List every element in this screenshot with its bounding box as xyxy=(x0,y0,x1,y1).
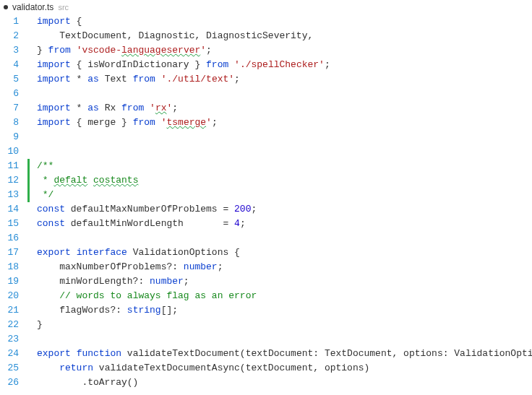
code-line[interactable]: } from 'vscode-languageserver'; xyxy=(37,43,532,58)
code-area[interactable]: import { TextDocument, Diagnostic, Diagn… xyxy=(30,14,532,395)
code-line[interactable] xyxy=(37,144,532,159)
code-line[interactable] xyxy=(37,332,532,347)
code-line[interactable] xyxy=(37,231,532,246)
line-number: 6 xyxy=(0,87,19,101)
line-number: 10 xyxy=(0,144,19,159)
line-number: 5 xyxy=(0,72,19,87)
line-number: 13 xyxy=(0,188,19,202)
line-number: 22 xyxy=(0,318,19,332)
line-number: 3 xyxy=(0,43,19,58)
code-line[interactable]: import { isWordInDictionary } from './sp… xyxy=(37,58,532,72)
line-number: 7 xyxy=(0,101,19,116)
line-number: 21 xyxy=(0,303,19,318)
line-number: 23 xyxy=(0,332,19,347)
line-number: 24 xyxy=(0,347,19,361)
code-line[interactable]: const defaultMinWordLength = 4; xyxy=(37,217,532,231)
code-line[interactable]: flagWords?: string[]; xyxy=(37,303,532,318)
code-line[interactable]: export function validateTextDocument(tex… xyxy=(37,347,532,361)
line-number: 8 xyxy=(0,116,19,130)
line-number: 18 xyxy=(0,260,19,274)
tab-path: src xyxy=(58,3,69,12)
line-number: 2 xyxy=(0,29,19,43)
code-line[interactable]: TextDocument, Diagnostic, DiagnosticSeve… xyxy=(37,29,532,43)
line-number: 14 xyxy=(0,202,19,217)
line-number: 20 xyxy=(0,289,19,303)
code-line[interactable]: return validateTextDocumentAsync(textDoc… xyxy=(37,361,532,376)
line-number: 1 xyxy=(0,14,19,29)
line-number: 11 xyxy=(0,159,19,173)
code-line[interactable]: */ xyxy=(37,188,532,202)
code-editor[interactable]: 1234567891011121314151617181920212223242… xyxy=(0,14,532,395)
line-number: 17 xyxy=(0,246,19,260)
code-line[interactable]: const defaultMaxNumberOfProblems = 200; xyxy=(37,202,532,217)
code-line[interactable]: /** xyxy=(37,159,532,173)
line-number: 4 xyxy=(0,58,19,72)
code-line[interactable]: export interface ValidationOptions { xyxy=(37,246,532,260)
tab-title: validator.ts xyxy=(12,2,53,12)
code-line[interactable]: .toArray() xyxy=(37,376,532,390)
code-line[interactable]: // words to always flag as an error xyxy=(37,289,532,303)
line-number-gutter: 1234567891011121314151617181920212223242… xyxy=(0,14,27,395)
code-line[interactable]: minWordLength?: number; xyxy=(37,274,532,289)
code-line[interactable]: import { xyxy=(37,14,532,29)
line-number: 12 xyxy=(0,173,19,188)
code-line[interactable]: * defalt costants xyxy=(37,173,532,188)
line-number: 26 xyxy=(0,376,19,390)
line-number: 15 xyxy=(0,217,19,231)
line-number: 19 xyxy=(0,274,19,289)
code-line[interactable]: import * as Text from './util/text'; xyxy=(37,72,532,87)
dirty-indicator-icon xyxy=(4,5,8,9)
line-number: 25 xyxy=(0,361,19,376)
code-line[interactable]: } xyxy=(37,318,532,332)
code-line[interactable]: maxNumberOfProblems?: number; xyxy=(37,260,532,274)
code-line[interactable]: import * as Rx from 'rx'; xyxy=(37,101,532,116)
code-line[interactable] xyxy=(37,87,532,101)
line-number: 9 xyxy=(0,130,19,144)
code-line[interactable]: import { merge } from 'tsmerge'; xyxy=(37,116,532,130)
code-line[interactable] xyxy=(37,130,532,144)
editor-tab[interactable]: validator.ts src xyxy=(0,0,532,14)
line-number: 16 xyxy=(0,231,19,246)
